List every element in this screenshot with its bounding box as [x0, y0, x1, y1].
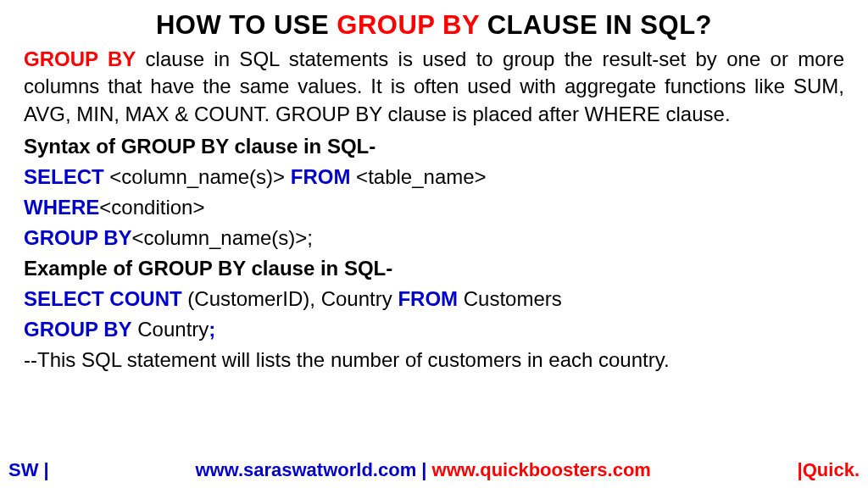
semicolon: ; — [209, 318, 215, 341]
footer-right: |Quick. — [798, 459, 860, 481]
syntax-line-1: SELECT <column_name(s)> FROM <table_name… — [24, 165, 844, 189]
comment-line: --This SQL statement will lists the numb… — [24, 348, 844, 372]
syntax-line-3: GROUP BY<column_name(s)>; — [24, 226, 844, 250]
page-title: HOW TO USE GROUP BY CLAUSE IN SQL? — [24, 10, 844, 41]
select-keyword: SELECT — [24, 165, 104, 188]
intro-paragraph: GROUP BY clause in SQL statements is use… — [24, 46, 844, 128]
from-keyword: FROM — [291, 165, 351, 188]
groupby-keyword: GROUP BY — [24, 226, 132, 249]
syntax-cols: <column_name(s)> — [104, 165, 291, 188]
example-line-2: GROUP BY Country; — [24, 318, 844, 341]
example-cols: (CustomerID), Country — [182, 287, 398, 310]
title-prefix: HOW TO USE — [156, 10, 337, 40]
footer-url-1: www.saraswatworld.com | — [195, 459, 431, 480]
syntax-line-2: WHERE<condition> — [24, 196, 844, 219]
where-keyword: WHERE — [24, 196, 99, 219]
footer-url-2: www.quickboosters.com — [432, 459, 651, 480]
syntax-condition: <condition> — [99, 196, 204, 219]
select-count-keyword: SELECT COUNT — [24, 287, 182, 310]
example-groupcol: Country — [132, 318, 209, 341]
groupby-keyword-ex: GROUP BY — [24, 318, 132, 341]
title-suffix: CLAUSE IN SQL? — [480, 10, 712, 40]
from-keyword-ex: FROM — [398, 287, 458, 310]
title-highlight: GROUP BY — [337, 10, 479, 40]
syntax-groupcols: <column_name(s)>; — [132, 226, 313, 249]
intro-text: clause in SQL statements is used to grou… — [24, 47, 844, 125]
example-table: Customers — [458, 287, 562, 310]
syntax-heading: Syntax of GROUP BY clause in SQL- — [24, 135, 844, 158]
syntax-table: <table_name> — [350, 165, 486, 188]
footer-center: www.saraswatworld.com | www.quickbooster… — [49, 459, 798, 481]
example-line-1: SELECT COUNT (CustomerID), Country FROM … — [24, 287, 844, 311]
footer-left: SW | — [8, 459, 49, 481]
example-heading: Example of GROUP BY clause in SQL- — [24, 257, 844, 280]
intro-keyword: GROUP BY — [24, 47, 136, 70]
footer: SW | www.saraswatworld.com | www.quickbo… — [0, 459, 868, 481]
